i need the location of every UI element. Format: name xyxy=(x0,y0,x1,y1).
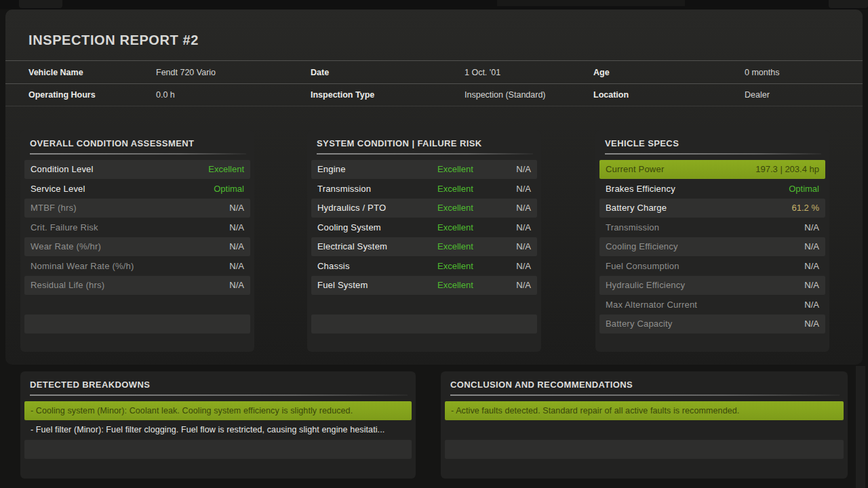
table-row[interactable]: Cooling Efficiency N/A xyxy=(599,237,825,257)
operating-hours-label: Operating Hours xyxy=(28,90,156,100)
page-title: INSPECTION REPORT #2 xyxy=(28,33,199,48)
condition-value: Excellent xyxy=(437,241,497,251)
risk-value: N/A xyxy=(497,184,531,194)
table-row[interactable]: Residual Life (hrs) N/A xyxy=(24,276,250,296)
section-underline xyxy=(30,153,246,155)
row-label: Engine xyxy=(317,164,437,174)
vehicle-name-label: Vehicle Name xyxy=(28,68,156,77)
section-title: VEHICLE SPECS xyxy=(605,138,820,148)
empty-row xyxy=(24,440,412,460)
table-row[interactable]: Hydraulic Efficiency N/A xyxy=(599,276,825,296)
conclusion-item-highlighted[interactable]: - Active faults detected. Standard repai… xyxy=(445,401,844,421)
age-label: Age xyxy=(593,68,745,77)
table-row[interactable]: Hydraulics / PTO Excellent N/A xyxy=(311,199,537,218)
condition-value: Excellent xyxy=(437,261,497,271)
row-value: 61.2 % xyxy=(792,203,819,213)
row-value: N/A xyxy=(229,203,244,213)
risk-value: N/A xyxy=(497,280,531,290)
condition-value: Excellent xyxy=(437,203,497,213)
section-underline xyxy=(450,394,840,396)
table-row[interactable]: MTBF (hrs) N/A xyxy=(24,199,250,218)
section-underline xyxy=(317,153,533,155)
background-shape xyxy=(829,0,868,8)
row-label: Condition Level xyxy=(31,164,208,174)
row-label: Max Alternator Current xyxy=(606,300,804,310)
table-row-highlighted[interactable]: Current Power 197.3 | 203.4 hp xyxy=(599,160,825,180)
empty-row xyxy=(311,333,537,353)
report-header-table: Vehicle Name Fendt 720 Vario Date 1 Oct.… xyxy=(5,60,863,106)
table-row[interactable]: Fuel Consumption N/A xyxy=(599,256,825,276)
row-label: Crit. Failure Risk xyxy=(31,222,229,232)
system-rows: Engine Excellent N/A Transmission Excell… xyxy=(307,160,541,353)
overall-rows: Condition Level Excellent Service Level … xyxy=(20,160,254,353)
background-shape xyxy=(856,366,865,488)
row-value: N/A xyxy=(804,280,819,290)
table-row[interactable]: Fuel System Excellent N/A xyxy=(311,276,537,296)
header-row: Operating Hours 0.0 h Inspection Type In… xyxy=(5,83,863,106)
date-label: Date xyxy=(311,68,465,77)
table-row[interactable]: Condition Level Excellent xyxy=(24,160,250,180)
table-row[interactable]: Electrical System Excellent N/A xyxy=(311,237,537,257)
inspection-type-value: Inspection (Standard) xyxy=(465,90,593,100)
row-value: N/A xyxy=(229,261,244,271)
row-label: Nominal Wear Rate (%/h) xyxy=(31,261,229,271)
table-row[interactable]: Brakes Efficiency Optimal xyxy=(599,179,825,199)
section-underline xyxy=(605,153,821,155)
row-label: Service Level xyxy=(31,184,214,194)
table-row[interactable]: Engine Excellent N/A xyxy=(311,160,537,180)
breakdown-item-highlighted[interactable]: - Cooling system (Minor): Coolant leak. … xyxy=(24,401,412,421)
table-row[interactable]: Wear Rate (%/hr) N/A xyxy=(24,237,250,257)
section-title: SYSTEM CONDITION | FAILURE RISK xyxy=(317,138,532,148)
empty-row xyxy=(599,333,825,353)
table-row[interactable]: Cooling System Excellent N/A xyxy=(311,218,537,237)
table-row[interactable]: Transmission N/A xyxy=(599,218,825,237)
condition-value: Excellent xyxy=(437,164,497,174)
risk-value: N/A xyxy=(497,261,531,271)
row-value: N/A xyxy=(229,280,244,290)
row-value: N/A xyxy=(229,241,244,251)
risk-value: N/A xyxy=(497,222,531,232)
row-value: N/A xyxy=(804,222,819,232)
row-label: Wear Rate (%/hr) xyxy=(31,241,229,251)
conclusion-section: CONCLUSION AND RECOMMENDATIONS - Active … xyxy=(441,371,848,479)
row-label: Fuel Consumption xyxy=(606,261,804,271)
empty-row xyxy=(445,459,844,479)
table-row[interactable]: Transmission Excellent N/A xyxy=(311,179,537,199)
row-label: Hydraulic Efficiency xyxy=(606,280,804,290)
operating-hours-value: 0.0 h xyxy=(156,90,311,100)
header-row: Vehicle Name Fendt 720 Vario Date 1 Oct.… xyxy=(5,60,863,83)
row-value: N/A xyxy=(804,300,819,310)
detected-breakdowns-section: DETECTED BREAKDOWNS - Cooling system (Mi… xyxy=(20,371,416,479)
risk-value: N/A xyxy=(497,203,531,213)
row-label: Residual Life (hrs) xyxy=(31,280,229,290)
row-label: Battery Capacity xyxy=(606,319,804,329)
row-value: 197.3 | 203.4 hp xyxy=(755,164,819,174)
empty-row xyxy=(445,420,844,440)
table-row[interactable]: Nominal Wear Rate (%/h) N/A xyxy=(24,256,250,276)
location-label: Location xyxy=(593,90,745,100)
table-row[interactable]: Service Level Optimal xyxy=(24,179,250,199)
vehicle-name-value: Fendt 720 Vario xyxy=(156,68,311,77)
row-value: Optimal xyxy=(214,184,244,194)
risk-value: N/A xyxy=(497,164,531,174)
location-value: Dealer xyxy=(745,90,863,100)
row-label: Battery Charge xyxy=(606,203,792,213)
row-label: Brakes Efficiency xyxy=(606,184,789,194)
table-row[interactable]: Crit. Failure Risk N/A xyxy=(24,218,250,237)
system-condition-section: SYSTEM CONDITION | FAILURE RISK Engine E… xyxy=(307,130,541,352)
inspection-report-panel: INSPECTION REPORT #2 Vehicle Name Fendt … xyxy=(5,9,863,365)
table-row[interactable]: Chassis Excellent N/A xyxy=(311,256,537,276)
condition-value: Excellent xyxy=(437,184,497,194)
condition-value: Excellent xyxy=(437,280,497,290)
inspection-type-label: Inspection Type xyxy=(311,90,465,100)
empty-row xyxy=(311,314,537,334)
row-value: N/A xyxy=(804,241,819,251)
table-row[interactable]: Battery Charge 61.2 % xyxy=(599,199,825,218)
breakdown-item[interactable]: - Fuel filter (Minor): Fuel filter clogg… xyxy=(24,420,412,440)
row-value: N/A xyxy=(804,261,819,271)
row-label: Cooling Efficiency xyxy=(606,241,804,251)
table-row[interactable]: Battery Capacity N/A xyxy=(599,314,825,334)
risk-value: N/A xyxy=(497,241,531,251)
row-label: Hydraulics / PTO xyxy=(317,203,437,213)
table-row[interactable]: Max Alternator Current N/A xyxy=(599,295,825,314)
